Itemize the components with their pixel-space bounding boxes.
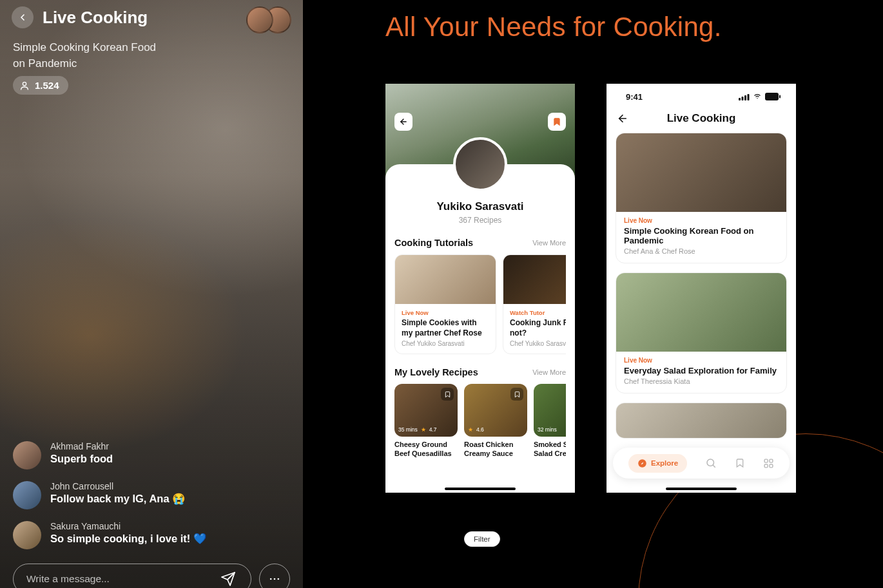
- svg-point-9: [757, 98, 757, 99]
- profile-recipe-count: 367 Recipes: [394, 216, 566, 225]
- feed-card[interactable]: Live Now Everyday Salad Exploration for …: [616, 272, 787, 394]
- more-button[interactable]: [259, 564, 290, 588]
- recipe-title: Cheesy Ground Beef Quesadillas: [394, 441, 458, 459]
- bookmark-icon: [514, 391, 521, 398]
- recipe-title: Roast Chicken Creamy Sauce: [464, 441, 527, 459]
- send-icon[interactable]: [220, 571, 236, 587]
- recipe-card[interactable]: 32 mins Smoked Salmon Salad Creamy: [534, 384, 566, 459]
- nav-search[interactable]: [705, 457, 717, 469]
- svg-point-0: [23, 82, 26, 85]
- search-icon: [705, 457, 717, 469]
- star-icon: ★: [421, 426, 426, 433]
- tutorial-thumbnail: [503, 255, 566, 304]
- nav-explore[interactable]: Explore: [628, 454, 687, 473]
- recipes-scroller[interactable]: 35 mins ★ 4.7 Cheesy Ground Beef Quesadi…: [394, 384, 566, 459]
- phone-profile: Yukiko Sarasvati 367 Recipes Cooking Tut…: [385, 84, 575, 493]
- compose-bar: [13, 564, 290, 588]
- svg-rect-17: [764, 459, 768, 462]
- bookmark-button[interactable]: [510, 388, 523, 401]
- svg-line-16: [713, 465, 715, 468]
- home-indicator: [445, 488, 516, 490]
- tutorial-card[interactable]: Live Now Simple Cookies with my partner …: [394, 254, 496, 354]
- profile-name: Yukiko Sarasvati: [394, 200, 566, 213]
- section-heading-recipes: My Lovely Recipes: [394, 367, 478, 377]
- comment-author: Akhmad Fakhr: [50, 441, 113, 451]
- person-icon: [19, 81, 30, 91]
- bookmark-button[interactable]: [548, 113, 566, 131]
- bookmark-icon: [552, 117, 561, 126]
- cellular-icon: [739, 93, 750, 100]
- svg-point-1: [270, 578, 272, 580]
- feed-title: Simple Cooking Korean Food on Pandemic: [624, 226, 779, 245]
- recipe-duration: 35 mins: [398, 426, 418, 433]
- tutorial-author: Chef Yukiko Sarasvati: [510, 340, 566, 347]
- recipe-duration: 32 mins: [538, 426, 557, 433]
- wifi-icon: [752, 93, 762, 100]
- feed-author: Chef Theressia Kiata: [624, 377, 779, 385]
- svg-rect-8: [748, 94, 750, 100]
- tutorial-title: Simple Cookies with my partner Chef Rose: [402, 318, 489, 338]
- svg-rect-18: [770, 459, 773, 462]
- arrow-left-icon: [399, 117, 408, 126]
- host-avatar-stack[interactable]: [246, 6, 291, 33]
- nav-grid[interactable]: [763, 458, 774, 469]
- avatar: [246, 6, 273, 33]
- nav-explore-label: Explore: [651, 459, 678, 467]
- live-title: Live Cooking: [43, 8, 148, 28]
- view-more-link[interactable]: View More: [532, 368, 566, 376]
- recipe-card[interactable]: ★ 4.6 Roast Chicken Creamy Sauce: [464, 384, 527, 459]
- recipe-card[interactable]: 35 mins ★ 4.7 Cheesy Ground Beef Quesadi…: [394, 384, 458, 459]
- feed-card[interactable]: Live Now Simple Cooking Korean Food on P…: [616, 133, 787, 263]
- home-indicator: [666, 488, 737, 490]
- feed-card[interactable]: [616, 403, 787, 439]
- profile-avatar[interactable]: [453, 137, 507, 191]
- recipe-title: Smoked Salmon Salad Creamy: [534, 441, 566, 459]
- nav-bookmark[interactable]: [735, 458, 745, 468]
- tutorials-scroller[interactable]: Live Now Simple Cookies with my partner …: [394, 254, 566, 354]
- svg-rect-20: [770, 464, 773, 467]
- message-input[interactable]: [13, 564, 251, 588]
- svg-point-15: [707, 459, 714, 466]
- feed-tag: Live Now: [624, 217, 779, 224]
- svg-point-3: [278, 578, 280, 580]
- hero-heading: All Your Needs for Cooking.: [385, 12, 722, 43]
- comment-item: Sakura Yamauchi So simple cooking, i lov…: [13, 521, 290, 549]
- tutorial-card[interactable]: Watch Tutor Cooking Junk Food, not? Chef…: [503, 254, 566, 354]
- avatar: [13, 441, 41, 469]
- svg-rect-6: [742, 97, 744, 100]
- comment-text: So simple cooking, i love it! 💙: [50, 533, 207, 545]
- view-more-link[interactable]: View More: [532, 239, 566, 247]
- more-horizontal-icon: [268, 573, 281, 585]
- tutorial-title: Cooking Junk Food, not?: [510, 318, 566, 338]
- compass-icon: [637, 459, 647, 468]
- feed-thumbnail: [616, 133, 786, 212]
- feed-author: Chef Ana & Chef Rose: [624, 247, 779, 255]
- filter-button[interactable]: Filter: [464, 531, 500, 547]
- back-button[interactable]: [394, 113, 412, 131]
- avatar: [13, 521, 41, 549]
- avatar: [13, 481, 41, 509]
- status-time: 9:41: [626, 92, 643, 102]
- section-heading-tutorials: Cooking Tutorials: [394, 238, 473, 248]
- feed-title: Everyday Salad Exploration for Family: [624, 366, 779, 375]
- comment-author: Sakura Yamauchi: [50, 521, 207, 531]
- svg-rect-19: [764, 464, 768, 467]
- back-button[interactable]: [12, 6, 34, 28]
- live-feed[interactable]: Live Now Simple Cooking Korean Food on P…: [606, 133, 796, 439]
- svg-rect-5: [739, 98, 741, 100]
- svg-rect-7: [744, 95, 746, 100]
- comment-item: Akhmad Fakhr Superb food: [13, 441, 290, 469]
- bookmark-button[interactable]: [441, 388, 454, 401]
- live-subtitle: Simple Cooking Korean Food on Pandemic: [13, 40, 168, 71]
- comment-list: Akhmad Fakhr Superb food John Carrousell…: [13, 441, 290, 549]
- recipe-rating: 4.7: [429, 426, 437, 433]
- battery-icon: [765, 93, 781, 100]
- bookmark-icon: [444, 391, 451, 398]
- status-bar: 9:41: [606, 84, 796, 109]
- feed-thumbnail: [616, 273, 786, 352]
- comment-text: Follow back my IG, Ana 😭: [50, 493, 186, 505]
- grid-icon: [763, 458, 774, 469]
- phone-live-cooking-list: 9:41 Live Cooking Live Now Simple Cookin…: [606, 84, 796, 493]
- comment-author: John Carrousell: [50, 481, 186, 491]
- comment-item: John Carrousell Follow back my IG, Ana 😭: [13, 481, 290, 509]
